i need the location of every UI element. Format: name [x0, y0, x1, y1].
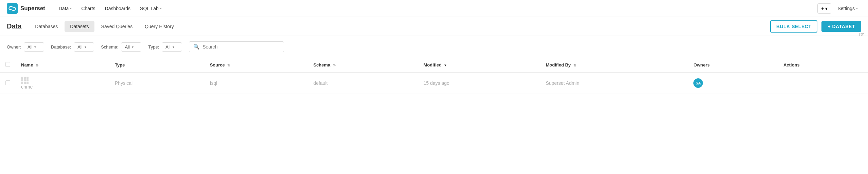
type-cell: Physical	[109, 72, 205, 94]
col-header-schema[interactable]: Schema ⇅	[308, 58, 418, 72]
chevron-down-icon: ▾	[173, 45, 174, 49]
col-header-source[interactable]: Source ⇅	[205, 58, 308, 72]
tab-datasets[interactable]: Datasets	[65, 21, 94, 32]
owners-cell: SA	[688, 72, 778, 94]
search-box: 🔍	[189, 41, 284, 52]
type-label: Type:	[148, 44, 159, 50]
owner-select[interactable]: All ▾	[24, 42, 44, 52]
sort-icon: ⇅	[36, 63, 38, 67]
brand-name: Superset	[20, 5, 45, 12]
filter-type: Type: All ▾	[148, 42, 182, 52]
filter-row: Owner: All ▾ Database: All ▾ Schema: All…	[0, 36, 868, 58]
actions-cell	[778, 72, 868, 94]
logo-icon	[7, 3, 18, 14]
sort-icon: ⇅	[333, 63, 336, 67]
svg-rect-0	[7, 3, 18, 14]
filter-database: Database: All ▾	[51, 42, 94, 52]
schema-select[interactable]: All ▾	[121, 42, 141, 52]
nav-item-charts[interactable]: Charts	[77, 4, 99, 13]
col-header-actions: Actions	[778, 58, 868, 72]
schema-label: Schema:	[101, 44, 118, 50]
chevron-down-icon: ▾	[34, 45, 36, 49]
sort-desc-icon: ▾	[444, 63, 446, 67]
add-button[interactable]: + ▾	[817, 3, 831, 14]
nav-item-sqllab[interactable]: SQL Lab ▾	[136, 4, 166, 13]
row-checkbox[interactable]	[5, 80, 10, 85]
nav-items: Data ▾ Charts Dashboards SQL Lab ▾	[55, 4, 817, 13]
logo-area[interactable]: Superset	[7, 3, 45, 14]
table-area: Name ⇅ Type Source ⇅ Schema ⇅ Modified ▾	[0, 58, 868, 94]
type-select[interactable]: All ▾	[162, 42, 182, 52]
table-row: crime Physical fsql default 15 days ago …	[0, 72, 868, 94]
chevron-down-icon: ▾	[856, 6, 858, 10]
chevron-down-icon: ▾	[160, 6, 162, 10]
row-checkbox-cell[interactable]	[0, 72, 16, 94]
database-select[interactable]: All ▾	[74, 42, 94, 52]
tab-databases[interactable]: Databases	[30, 21, 63, 32]
schema-cell: default	[308, 72, 418, 94]
col-header-owners: Owners	[688, 58, 778, 72]
col-header-type: Type	[109, 58, 205, 72]
dataset-grid-icon	[21, 77, 29, 84]
bulk-select-button[interactable]: BULK SELECT	[770, 20, 818, 33]
name-cell: crime	[16, 72, 109, 94]
top-nav: Superset Data ▾ Charts Dashboards SQL La…	[0, 0, 868, 17]
chevron-down-icon: ▾	[825, 6, 828, 11]
owner-label: Owner:	[7, 44, 21, 50]
modified-cell: 15 days ago	[418, 72, 540, 94]
table-header-row: Name ⇅ Type Source ⇅ Schema ⇅ Modified ▾	[0, 58, 868, 72]
modified-by-cell: Superset Admin	[540, 72, 688, 94]
nav-right: + ▾ Settings ▾	[817, 3, 861, 14]
col-header-modified-by[interactable]: Modified By ⇅	[540, 58, 688, 72]
tab-query-history[interactable]: Query History	[139, 21, 179, 32]
name-cell-content: crime	[21, 77, 104, 90]
tab-saved-queries[interactable]: Saved Queries	[96, 21, 138, 32]
chevron-down-icon: ▾	[132, 45, 134, 49]
settings-button[interactable]: Settings ▾	[834, 4, 861, 13]
select-all-checkbox[interactable]	[5, 62, 10, 67]
filter-owner: Owner: All ▾	[7, 42, 44, 52]
col-header-name[interactable]: Name ⇅	[16, 58, 109, 72]
select-all-header[interactable]	[0, 58, 16, 72]
filter-schema: Schema: All ▾	[101, 42, 141, 52]
sort-icon: ⇅	[227, 63, 230, 67]
add-dataset-wrapper: + DATASET ☞	[821, 21, 861, 32]
search-input[interactable]	[202, 44, 280, 50]
sub-nav: Data Databases Datasets Saved Queries Qu…	[0, 17, 868, 36]
sub-nav-right: BULK SELECT + DATASET ☞	[770, 20, 861, 33]
sort-icon: ⇅	[573, 63, 576, 67]
search-icon: 🔍	[193, 44, 200, 50]
owner-avatar: SA	[693, 78, 703, 88]
chevron-down-icon: ▾	[70, 6, 72, 10]
nav-item-dashboards[interactable]: Dashboards	[101, 4, 135, 13]
add-dataset-button[interactable]: + DATASET	[821, 21, 861, 32]
nav-item-data[interactable]: Data ▾	[55, 4, 76, 13]
chevron-down-icon: ▾	[85, 45, 86, 49]
col-header-modified[interactable]: Modified ▾	[418, 58, 540, 72]
database-label: Database:	[51, 44, 71, 50]
datasets-table: Name ⇅ Type Source ⇅ Schema ⇅ Modified ▾	[0, 58, 868, 94]
source-cell: fsql	[205, 72, 308, 94]
sub-tabs: Databases Datasets Saved Queries Query H…	[30, 21, 770, 32]
page-title: Data	[7, 22, 21, 30]
